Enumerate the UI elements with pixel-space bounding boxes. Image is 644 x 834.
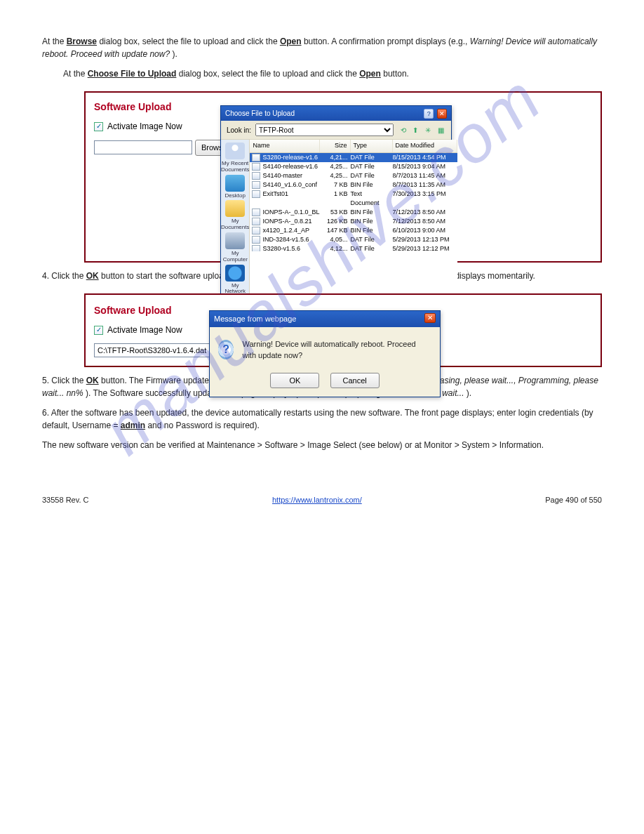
text-frag: button. [383, 69, 409, 79]
text-frag: button. A confirmation prompt displays (… [304, 37, 470, 46]
text-frag: At the [42, 37, 67, 46]
file-row[interactable]: S3280-v1.5.6 4,12... DAT File 5/29/2013 … [250, 244, 457, 251]
file-size: 147 KB [320, 226, 351, 235]
place-recent[interactable]: My Recent Documents [221, 143, 249, 173]
file-date: 7/30/2013 3:15 PM [393, 190, 457, 208]
message-title: Message from webpage [214, 313, 296, 325]
figure-software-upload-2: Software Upload Activate Image Now Messa… [84, 293, 602, 367]
footer-left: 33558 Rev. C [42, 494, 88, 506]
file-name: S4140_v1.6.0_conf [262, 180, 319, 190]
dialog-toolbar: ⟲ ⬆ ✳ ▦ [398, 125, 445, 135]
message-close-icon[interactable]: ✕ [424, 313, 436, 323]
figure-software-upload-1: Software Upload Activate Image Now Brows… [84, 91, 602, 263]
bold-choose: Choose File to Upload [88, 69, 177, 79]
file-date: 6/10/2013 9:00 AM [393, 226, 457, 235]
file-date: 8/7/2013 11:45 AM [393, 171, 457, 180]
up-icon[interactable]: ⬆ [410, 125, 420, 135]
file-size: 1 KB [320, 190, 351, 208]
file-date: 8/15/2013 4:54 PM [393, 153, 457, 162]
file-type: BIN File [351, 217, 393, 226]
file-row[interactable]: S4140_v1.6.0_conf 7 KB BIN File 8/7/2013… [250, 180, 457, 190]
file-name: S4140-release-v1.6 [262, 162, 319, 171]
file-type: DAT File [351, 171, 393, 180]
activate-checkbox[interactable] [94, 122, 103, 131]
file-icon [252, 154, 260, 161]
file-date: 8/7/2013 11:35 AM [393, 180, 457, 190]
col-date[interactable]: Date Modified [393, 140, 457, 152]
file-row[interactable]: IONPS-A-_0.8.21 126 KB BIN File 7/12/201… [250, 217, 457, 226]
col-name[interactable]: Name [250, 140, 319, 152]
file-type: DAT File [351, 244, 393, 251]
file-list: Name Size Type Date Modified S3280-relea… [249, 140, 457, 304]
step-3b: At the Choose File to Upload dialog box,… [63, 67, 602, 80]
views-icon[interactable]: ▦ [436, 125, 445, 135]
file-row[interactable]: IND-3284-v1.5.6 4,05... DAT File 5/29/20… [250, 235, 457, 244]
bold-ok: OK [86, 271, 99, 281]
close-icon[interactable]: ✕ [437, 109, 447, 119]
file-icon [252, 190, 260, 198]
file-date: 5/29/2013 12:12 PM [393, 244, 457, 251]
back-icon[interactable]: ⟲ [398, 125, 408, 135]
text-frag: and no Password is required). [147, 421, 259, 430]
step-3-text: At the Browse dialog box, select the fil… [42, 35, 602, 60]
file-row[interactable]: x4120_1.2.4_AP 147 KB BIN File 6/10/2013… [250, 226, 457, 235]
text-frag: ). [172, 49, 177, 59]
activate-label-2: Activate Image Now [107, 324, 182, 336]
message-text: Warning! Device will automatically reboo… [242, 338, 431, 362]
file-size: 53 KB [320, 208, 351, 217]
bold-admin: admin [121, 421, 145, 430]
file-type: DAT File [351, 235, 393, 244]
bold-open: Open [280, 37, 302, 46]
message-body: ? Warning! Device will automatically reb… [210, 327, 440, 369]
place-mycomputer[interactable]: My Computer [221, 232, 249, 263]
file-type: BIN File [351, 208, 393, 217]
newfolder-icon[interactable]: ✳ [423, 125, 433, 135]
file-type: DAT File [351, 162, 393, 171]
lookin-row: Look in: TFTP-Root ⟲ ⬆ ✳ ▦ [221, 121, 451, 140]
file-icon [252, 163, 260, 171]
file-path-input[interactable] [94, 140, 192, 154]
file-row[interactable]: S4140-release-v1.6 4,25... DAT File 8/15… [250, 162, 457, 171]
file-row[interactable]: S3280-release-v1.6 4,21... DAT File 8/15… [250, 153, 457, 162]
text-frag: ). [467, 388, 471, 398]
lookin-dropdown[interactable]: TFTP-Root [255, 124, 394, 136]
file-name: S4140-master [262, 171, 319, 180]
file-name: IND-3284-v1.5.6 [262, 235, 319, 244]
place-mydocs[interactable]: My Documents [221, 200, 249, 231]
text-frag: dialog box, select the file to upload an… [179, 69, 360, 79]
file-date: 8/15/2013 9:04 AM [393, 162, 457, 171]
file-row[interactable]: ExitTst01 1 KB Text Document 7/30/2013 3… [250, 190, 457, 208]
file-icon [252, 218, 260, 225]
file-size: 4,25... [320, 171, 351, 180]
file-row[interactable]: S4140-master 4,25... DAT File 8/7/2013 1… [250, 171, 457, 180]
ok-button[interactable]: OK [270, 373, 319, 389]
file-date: 7/12/2013 8:50 AM [393, 208, 457, 217]
file-size: 4,21... [320, 153, 351, 162]
file-icon [252, 208, 260, 216]
file-name: IONPS-A-_0.8.21 [262, 217, 319, 226]
file-row[interactable]: IONPS-A-_0.1.0_BL 53 KB BIN File 7/12/20… [250, 208, 457, 217]
file-type: DAT File [351, 153, 393, 162]
file-path-input-2[interactable] [94, 343, 213, 357]
text-frag: 4. Click the [42, 271, 86, 281]
titlebar-icons: ? ✕ [422, 108, 447, 119]
message-titlebar: Message from webpage ✕ [210, 311, 440, 327]
file-name: IONPS-A-_0.1.0_BL [262, 208, 319, 217]
activate-checkbox-2[interactable] [94, 326, 103, 335]
lookin-label: Look in: [227, 125, 251, 135]
note-version: The new software version can be verified… [42, 439, 602, 451]
file-size: 4,25... [320, 162, 351, 171]
message-dialog: Message from webpage ✕ ? Warning! Device… [209, 310, 441, 397]
file-icon [252, 236, 260, 244]
col-size[interactable]: Size [320, 140, 351, 152]
place-desktop[interactable]: Desktop [225, 175, 246, 199]
file-icon [252, 245, 260, 251]
help-icon[interactable]: ? [424, 109, 434, 119]
col-type[interactable]: Type [351, 140, 393, 152]
file-name: S3280-release-v1.6 [262, 153, 319, 162]
cancel-button-2[interactable]: Cancel [330, 373, 380, 389]
file-size: 4,12... [320, 244, 351, 251]
footer-link[interactable]: https://www.lantronix.com/ [272, 494, 362, 506]
text-frag: " displays momentarily. [450, 271, 535, 281]
page-footer: 33558 Rev. C https://www.lantronix.com/ … [42, 494, 602, 506]
